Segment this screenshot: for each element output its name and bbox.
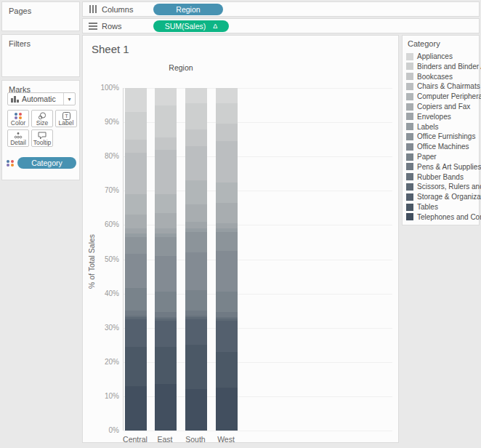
bar-segment[interactable] bbox=[216, 251, 238, 292]
color-dot bbox=[7, 160, 9, 163]
pages-shelf[interactable]: Pages bbox=[1, 1, 80, 31]
bar-segment[interactable] bbox=[216, 388, 238, 431]
bar-segment[interactable] bbox=[125, 288, 147, 311]
bar-segment[interactable] bbox=[216, 183, 238, 203]
legend-item[interactable]: Computer Peripherals bbox=[406, 92, 481, 101]
bar-segment[interactable] bbox=[155, 256, 177, 292]
bar-segment[interactable] bbox=[185, 252, 207, 290]
bar-segment[interactable] bbox=[155, 150, 177, 194]
legend-label: Pens & Art Supplies bbox=[417, 163, 481, 171]
bar-segment[interactable] bbox=[125, 153, 147, 194]
region-pill[interactable]: Region bbox=[153, 4, 223, 15]
size-button[interactable]: Size bbox=[31, 110, 53, 127]
bar-segment[interactable] bbox=[155, 137, 177, 149]
columns-label: Columns bbox=[102, 5, 133, 14]
bar-segment[interactable] bbox=[216, 223, 238, 228]
filters-shelf[interactable]: Filters bbox=[1, 34, 80, 77]
bar-segment[interactable] bbox=[155, 312, 177, 317]
bar-segment[interactable] bbox=[155, 194, 177, 213]
legend-item[interactable]: Telephones and Com.. bbox=[406, 212, 481, 222]
bar-segment[interactable] bbox=[216, 88, 238, 103]
legend-item[interactable]: Office Furnishings bbox=[406, 132, 475, 141]
bar-segment[interactable] bbox=[185, 180, 207, 204]
bar-segment[interactable] bbox=[125, 88, 147, 112]
bar-segment[interactable] bbox=[125, 319, 147, 347]
marks-card: Marks Automatic ▾ Color Size bbox=[1, 80, 80, 180]
bar-segment[interactable] bbox=[125, 254, 147, 288]
bar-segment[interactable] bbox=[185, 204, 207, 222]
bar-segment[interactable] bbox=[185, 311, 207, 316]
bar-segment[interactable] bbox=[216, 312, 238, 317]
bar-segment[interactable] bbox=[216, 292, 238, 312]
bar-segment[interactable] bbox=[155, 105, 177, 138]
bar-segment[interactable] bbox=[155, 228, 177, 233]
bar-segment[interactable] bbox=[216, 321, 238, 351]
bar-segment[interactable] bbox=[216, 232, 238, 251]
bar-segment[interactable] bbox=[155, 237, 177, 256]
legend-item[interactable]: Labels bbox=[406, 122, 438, 132]
bar-segment[interactable] bbox=[155, 88, 177, 105]
color-legend-dots-icon bbox=[7, 160, 15, 167]
bar-segment[interactable] bbox=[216, 203, 238, 223]
bar-segment[interactable] bbox=[125, 311, 147, 316]
stacked-bar-east[interactable] bbox=[155, 88, 177, 431]
legend-item[interactable]: Scissors, Rulers and .. bbox=[406, 182, 481, 191]
stacked-bar-south[interactable] bbox=[185, 88, 207, 431]
bar-segment[interactable] bbox=[185, 129, 207, 147]
bar-segment[interactable] bbox=[155, 213, 177, 228]
legend-swatch bbox=[406, 93, 413, 100]
bar-segment[interactable] bbox=[125, 194, 147, 215]
legend-item[interactable]: Envelopes bbox=[406, 112, 451, 121]
legend-item[interactable]: Rubber Bands bbox=[406, 172, 464, 182]
bar-segment[interactable] bbox=[216, 103, 238, 124]
bar-segment[interactable] bbox=[125, 215, 147, 228]
stacked-bar-central[interactable] bbox=[125, 88, 147, 431]
bar-segment[interactable] bbox=[216, 124, 238, 141]
sum-sales-pill[interactable]: SUM(Sales) Δ bbox=[153, 20, 229, 32]
bar-segment[interactable] bbox=[185, 146, 207, 180]
bar-segment[interactable] bbox=[125, 228, 147, 233]
detail-button[interactable]: Detail bbox=[7, 129, 29, 147]
bar-segment[interactable] bbox=[185, 103, 207, 129]
bar-segment[interactable] bbox=[125, 140, 147, 153]
bar-segment[interactable] bbox=[185, 290, 207, 311]
mark-type-dropdown[interactable]: Automatic ▾ bbox=[7, 92, 76, 105]
legend-item[interactable]: Office Machines bbox=[406, 142, 469, 151]
bar-segment[interactable] bbox=[185, 232, 207, 252]
columns-shelf[interactable]: Columns Region bbox=[82, 1, 480, 17]
legend-item[interactable]: Chairs & Chairmats bbox=[406, 81, 480, 91]
legend-swatch bbox=[406, 163, 413, 170]
tooltip-button[interactable]: Tooltip bbox=[31, 129, 53, 147]
bar-segment[interactable] bbox=[185, 345, 207, 389]
legend-item[interactable]: Paper bbox=[406, 152, 437, 161]
bar-segment[interactable] bbox=[155, 292, 177, 312]
bar-segment[interactable] bbox=[185, 88, 207, 103]
legend-item[interactable]: Storage & Organizati.. bbox=[406, 192, 481, 201]
chevron-down-icon[interactable]: ▾ bbox=[63, 93, 75, 105]
legend-item[interactable]: Tables bbox=[406, 202, 438, 212]
bar-segment[interactable] bbox=[125, 112, 147, 140]
bar-segment[interactable] bbox=[155, 384, 177, 431]
bar-segment[interactable] bbox=[125, 386, 147, 431]
legend-label: Copiers and Fax bbox=[417, 103, 470, 111]
legend-item[interactable]: Bookcases bbox=[406, 72, 453, 81]
bar-segment[interactable] bbox=[185, 222, 207, 228]
label-button[interactable]: T Label bbox=[55, 110, 77, 127]
legend-item[interactable]: Appliances bbox=[406, 52, 453, 61]
rows-shelf[interactable]: Rows SUM(Sales) Δ bbox=[82, 18, 480, 33]
legend-item[interactable]: Binders and Binder A.. bbox=[406, 62, 481, 71]
legend-item[interactable]: Pens & Art Supplies bbox=[406, 162, 481, 172]
bar-segment[interactable] bbox=[125, 237, 147, 255]
category-legend[interactable]: Category AppliancesBinders and Binder A.… bbox=[402, 35, 480, 225]
stacked-bar-west[interactable] bbox=[216, 88, 238, 431]
legend-item[interactable]: Copiers and Fax bbox=[406, 102, 470, 111]
bar-segment[interactable] bbox=[155, 347, 177, 385]
category-pill[interactable]: Category bbox=[17, 157, 76, 169]
bar-segment[interactable] bbox=[155, 321, 177, 346]
color-button[interactable]: Color bbox=[7, 110, 29, 127]
bar-segment[interactable] bbox=[125, 347, 147, 386]
bar-segment[interactable] bbox=[216, 141, 238, 183]
bar-segment[interactable] bbox=[216, 352, 238, 388]
bar-segment[interactable] bbox=[185, 319, 207, 345]
bar-segment[interactable] bbox=[185, 389, 207, 431]
